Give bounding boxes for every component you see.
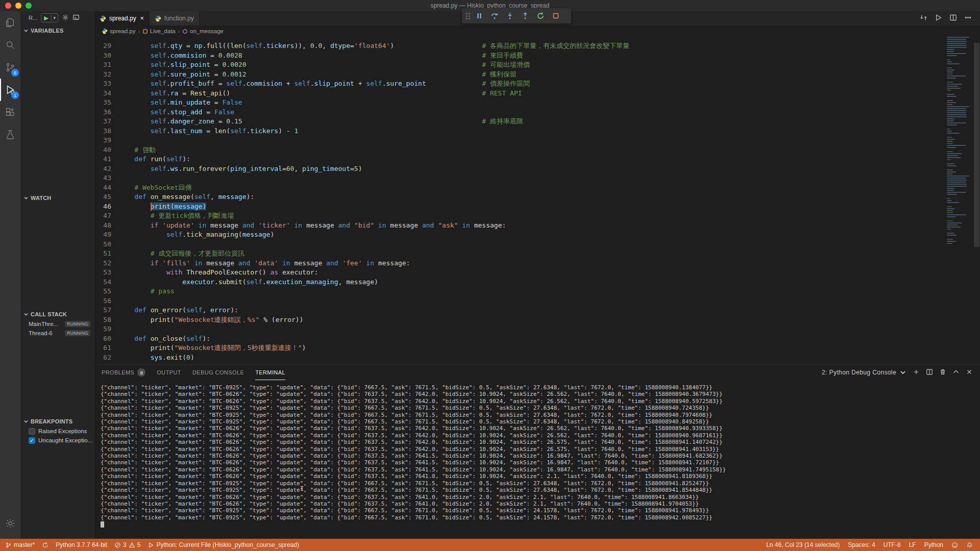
code-line[interactable]: 40 # 啓動 (94, 145, 980, 155)
start-debug-icon[interactable]: ▶ (41, 15, 51, 21)
stop-icon[interactable] (550, 10, 562, 22)
code-line[interactable]: 41 def run(self): (94, 155, 980, 164)
variables-header[interactable]: VARIABLES (20, 26, 94, 36)
close-panel-icon[interactable] (966, 368, 973, 377)
extensions-icon[interactable] (0, 101, 20, 123)
new-terminal-icon[interactable] (913, 368, 920, 377)
more-actions-icon[interactable] (964, 14, 972, 23)
language-mode-item[interactable]: Python (924, 541, 943, 548)
debug-console-icon[interactable] (72, 14, 80, 22)
code-line[interactable]: 39 (94, 136, 980, 145)
open-changes-icon[interactable] (920, 14, 927, 23)
indentation-item[interactable]: Spaces: 4 (848, 541, 875, 548)
testing-beaker-icon[interactable] (0, 123, 20, 146)
checkbox-unchecked[interactable] (29, 428, 35, 435)
settings-gear-icon[interactable] (0, 512, 20, 535)
split-editor-icon[interactable] (949, 14, 957, 23)
code-line[interactable]: 55 # pass (94, 287, 980, 296)
breakpoint-row[interactable]: ✓ Uncaught Exceptio... (20, 436, 94, 445)
step-into-icon[interactable] (504, 10, 516, 22)
kill-terminal-icon[interactable] (939, 368, 946, 377)
code-line[interactable]: 53 with ThreadPoolExecutor() as executor… (94, 268, 980, 278)
maximize-panel-icon[interactable] (952, 368, 960, 377)
step-over-icon[interactable] (488, 10, 501, 22)
code-line[interactable]: 42 self.ws.run_forever(ping_interval=60,… (94, 164, 980, 174)
code-line[interactable]: 52 if 'fills' in message and 'data' in m… (94, 259, 980, 268)
code-line[interactable]: 46 print(message) (94, 202, 980, 212)
code-line[interactable]: 50 (94, 240, 980, 249)
tab-terminal[interactable]: TERMINAL (255, 365, 285, 380)
debug-settings-gear-icon[interactable] (62, 14, 69, 22)
breakpoints-header[interactable]: BREAKPOINTS (20, 416, 94, 427)
code-line[interactable]: 35 self.min_update = False (94, 98, 980, 108)
tab-function-py[interactable]: function.py (150, 11, 200, 26)
breadcrumb-class[interactable]: Live_data (142, 28, 176, 34)
code-line[interactable]: 33 self.profit_buff = self.commision + s… (94, 79, 980, 89)
tab-debug-console[interactable]: DEBUG CONSOLE (192, 365, 244, 380)
problems-status-item[interactable]: 3 5 (114, 541, 140, 548)
toolbar-drag-handle[interactable] (466, 13, 470, 19)
code-line[interactable]: 56 (94, 296, 980, 306)
code-line[interactable]: 30 self.commision = 0.0028 # 來回手續費 (94, 51, 980, 61)
feedback-smiley-icon[interactable] (951, 542, 958, 548)
code-line[interactable]: 32 self.sure_point = 0.0012 # 獲利保留 (94, 70, 980, 80)
breakpoint-row[interactable]: Raised Exceptions (20, 427, 94, 436)
code-line[interactable]: 31 self.slip_point = 0.0020 # 可能出場滑價 (94, 60, 980, 70)
code-line[interactable]: 34 self.ra = Rest_api() # REST API (94, 89, 980, 98)
search-icon[interactable] (0, 34, 20, 56)
code-line[interactable]: 44 # WebSocket回傳 (94, 183, 980, 193)
code-line[interactable]: 48 if 'update' in message and 'ticker' i… (94, 221, 980, 231)
call-stack-header[interactable]: CALL STACK (20, 309, 94, 319)
step-out-icon[interactable] (519, 10, 531, 22)
code-line[interactable]: 29 self.qty = np.full((len(self.tickers)… (94, 41, 980, 51)
code-line[interactable]: 54 executor.submit(self.execution_managi… (94, 278, 980, 287)
breadcrumb-method[interactable]: on_message (182, 28, 224, 34)
restart-icon[interactable] (534, 10, 547, 22)
source-control-icon[interactable]: 6 (0, 56, 20, 79)
code-editor[interactable]: 29 self.qty = np.full((len(self.tickers)… (94, 37, 980, 375)
python-interpreter-item[interactable]: Python 3.7.7 64-bit (56, 541, 107, 548)
git-branch-item[interactable]: master* (5, 541, 35, 548)
code-line[interactable]: 60 def on_close(self): (94, 334, 980, 344)
scrollbar-slider[interactable] (974, 43, 979, 247)
split-terminal-icon[interactable] (926, 368, 933, 377)
pause-icon[interactable] (473, 10, 485, 22)
close-tab-icon[interactable]: × (140, 15, 144, 22)
tab-output[interactable]: OUTPUT (157, 365, 181, 380)
eol-item[interactable]: LF (909, 541, 916, 548)
code-line[interactable]: 62 sys.exit(0) (94, 353, 980, 363)
code-line[interactable]: 51 # 成交回報後，才更新部位資訊 (94, 249, 980, 259)
editor-scrollbar[interactable] (973, 37, 980, 375)
code-line[interactable]: 58 print("Websocket連接錯誤，%s" % (error)) (94, 315, 980, 325)
code-line[interactable]: 45 def on_message(self, message): (94, 192, 980, 202)
code-line[interactable]: 61 print("Websocket連接關閉，5秒後重新連接！") (94, 343, 980, 353)
sync-icon[interactable] (42, 542, 48, 548)
checkbox-checked[interactable]: ✓ (29, 437, 35, 444)
notifications-bell-icon[interactable] (966, 542, 973, 548)
debug-launcher-item[interactable]: Python: Current File (Hiskio_python_cour… (148, 541, 299, 548)
minimap[interactable] (947, 37, 971, 256)
watch-header[interactable]: WATCH (20, 193, 94, 203)
run-and-debug-icon[interactable]: 1 (0, 79, 20, 101)
code-line[interactable]: 38 self.last_num = len(self.tickers) - 1 (94, 127, 980, 136)
tab-problems[interactable]: PROBLEMS 8 (102, 365, 145, 380)
run-python-file-icon[interactable] (935, 14, 942, 23)
terminal-output[interactable]: {"channel": "ticker", "market": "BTC-092… (101, 384, 975, 539)
encoding-item[interactable]: UTF-8 (884, 541, 901, 548)
config-chevron-icon[interactable]: ▾ (52, 15, 58, 20)
cursor-position-item[interactable]: Ln 46, Col 23 (14 selected) (766, 541, 840, 548)
breadcrumb-file[interactable]: spread.py (102, 28, 136, 34)
code-line[interactable]: 36 self.stop_add = False (94, 108, 980, 117)
terminal-selector-dropdown[interactable]: 2: Python Debug Console (822, 369, 906, 376)
code-line[interactable]: 43 (94, 173, 980, 183)
code-line[interactable]: 59 (94, 324, 980, 334)
code-line[interactable]: 57 def on_error(self, error): (94, 306, 980, 315)
run-config-label[interactable]: R... (29, 15, 37, 21)
code-line[interactable]: 37 self.danger_zone = 0.15 # 維持率底限 (94, 117, 980, 127)
explorer-icon[interactable] (0, 11, 20, 34)
code-line[interactable]: 47 # 更新tick價格，判斷進場 (94, 211, 980, 221)
call-stack-thread-row[interactable]: Thread-6 RUNNING (20, 329, 94, 338)
code-line[interactable]: 49 self.tick_managing(message) (94, 230, 980, 240)
tab-spread-py[interactable]: spread.py × (94, 11, 150, 26)
call-stack-thread-row[interactable]: MainThre... RUNNING (20, 319, 94, 329)
